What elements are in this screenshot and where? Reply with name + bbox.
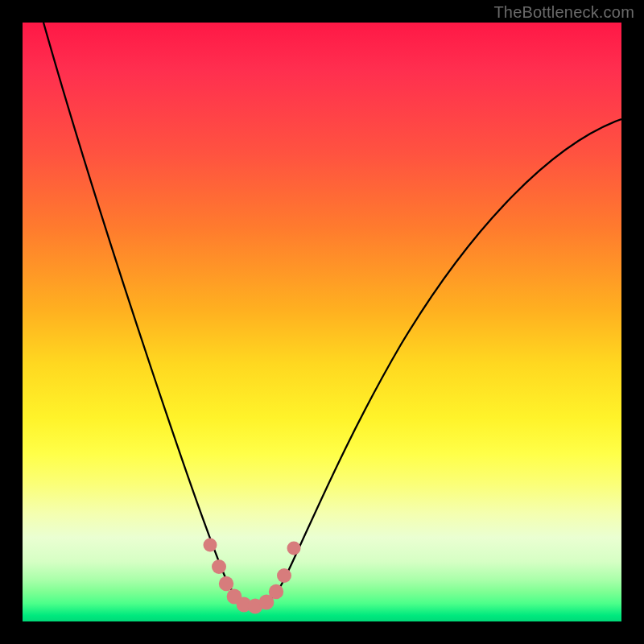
bottleneck-curve-path [43, 23, 621, 608]
marker-dot [219, 576, 233, 591]
marker-dot [277, 568, 291, 583]
watermark-text: TheBottleneck.com [493, 3, 634, 22]
chart-area [23, 23, 621, 621]
marker-dots [204, 539, 301, 614]
marker-dot [204, 539, 217, 552]
marker-dot [269, 584, 283, 599]
marker-dot [212, 559, 226, 574]
marker-dot [287, 542, 301, 555]
bottleneck-chart [23, 23, 621, 621]
curve-group [43, 23, 621, 608]
